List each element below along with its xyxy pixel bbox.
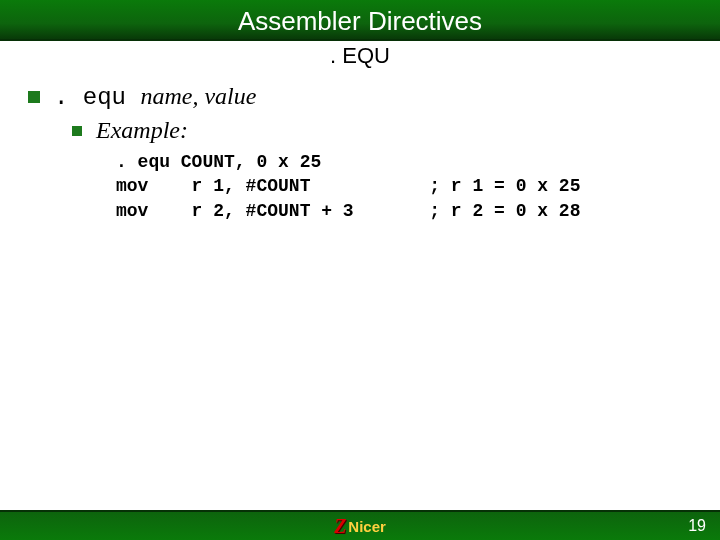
logo-z: Z [334,515,346,538]
directive-syntax: . equ name, value [54,83,256,111]
logo: Z Nicer [334,515,386,538]
title-text: Assembler Directives [238,6,482,36]
footer-bar: Z Nicer 19 [0,510,720,540]
bullet-level2: Example: [72,117,692,144]
code-line: mov r 2, #COUNT + 3 ; r 2 = 0 x 28 [116,199,692,223]
logo-text: Nicer [348,518,386,535]
subtitle-text: . EQU [330,43,390,68]
square-bullet-icon [72,126,82,136]
slide-title: Assembler Directives [0,0,720,41]
example-label: Example: [96,117,188,144]
directive-keyword: . equ [54,84,140,111]
slide-subtitle: . EQU [0,43,720,69]
page-number: 19 [688,517,706,535]
code-line: . equ COUNT, 0 x 25 [116,150,692,174]
bullet-level1: . equ name, value [28,83,692,111]
square-bullet-icon [28,91,40,103]
code-line: mov r 1, #COUNT ; r 1 = 0 x 25 [116,174,692,198]
slide-body: . equ name, value Example: . equ COUNT, … [0,83,720,223]
directive-args: name, value [140,83,256,109]
code-block: . equ COUNT, 0 x 25mov r 1, #COUNT ; r 1… [116,150,692,223]
